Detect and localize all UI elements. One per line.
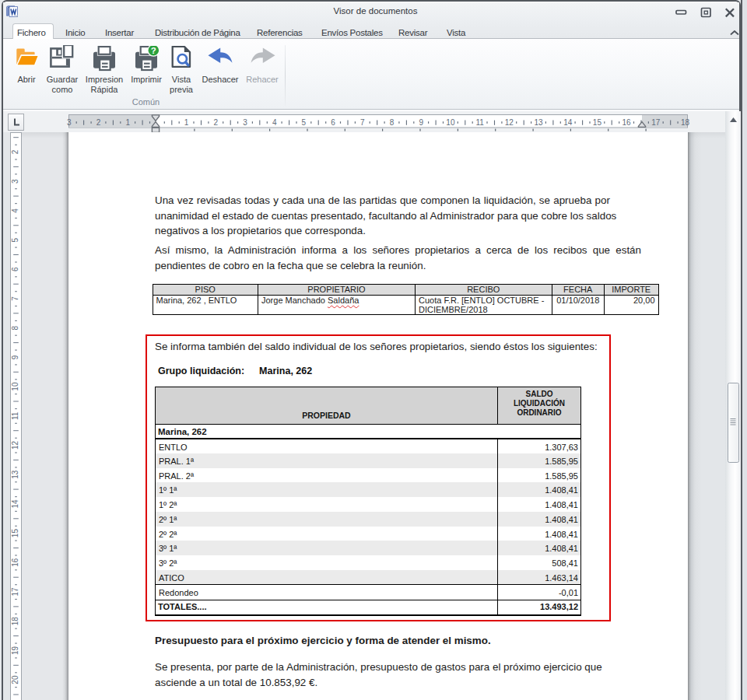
- svg-text:8: 8: [390, 118, 395, 127]
- svg-text:14: 14: [563, 118, 573, 127]
- svg-text:18: 18: [681, 118, 690, 127]
- svg-text:13: 13: [11, 470, 19, 479]
- svg-text:3: 3: [11, 179, 19, 184]
- svg-text:16: 16: [622, 118, 632, 127]
- svg-text:11: 11: [11, 411, 19, 420]
- svg-text:4: 4: [11, 208, 19, 213]
- svg-text:15: 15: [11, 529, 19, 538]
- svg-text:?: ?: [151, 46, 156, 55]
- svg-text:19: 19: [11, 646, 19, 655]
- svg-text:12: 12: [11, 441, 19, 450]
- svg-text:11: 11: [475, 118, 484, 127]
- svg-text:4: 4: [272, 118, 277, 127]
- svg-text:8: 8: [11, 325, 19, 330]
- svg-text:6: 6: [11, 267, 19, 271]
- svg-text:12: 12: [505, 118, 514, 127]
- svg-text:20: 20: [11, 675, 19, 684]
- svg-text:5: 5: [11, 237, 19, 242]
- svg-text:10: 10: [446, 118, 455, 127]
- svg-text:13: 13: [534, 118, 543, 127]
- svg-text:14: 14: [11, 499, 19, 509]
- svg-text:7: 7: [11, 296, 19, 301]
- svg-text:18: 18: [11, 617, 19, 626]
- svg-text:2: 2: [11, 149, 19, 154]
- svg-text:7: 7: [360, 118, 365, 127]
- svg-text:9: 9: [419, 118, 423, 127]
- svg-text:1: 1: [125, 118, 130, 127]
- svg-text:3: 3: [67, 118, 72, 127]
- svg-text:16: 16: [11, 558, 19, 567]
- svg-text:2: 2: [96, 118, 101, 127]
- svg-text:2: 2: [214, 118, 219, 127]
- svg-text:10: 10: [11, 382, 19, 391]
- svg-text:3: 3: [243, 118, 247, 127]
- svg-text:17: 17: [11, 587, 19, 597]
- svg-text:5: 5: [302, 118, 307, 127]
- svg-text:6: 6: [331, 118, 335, 127]
- svg-text:15: 15: [593, 118, 602, 127]
- svg-text:1: 1: [184, 118, 189, 127]
- svg-text:17: 17: [651, 118, 661, 127]
- svg-text:9: 9: [11, 355, 19, 359]
